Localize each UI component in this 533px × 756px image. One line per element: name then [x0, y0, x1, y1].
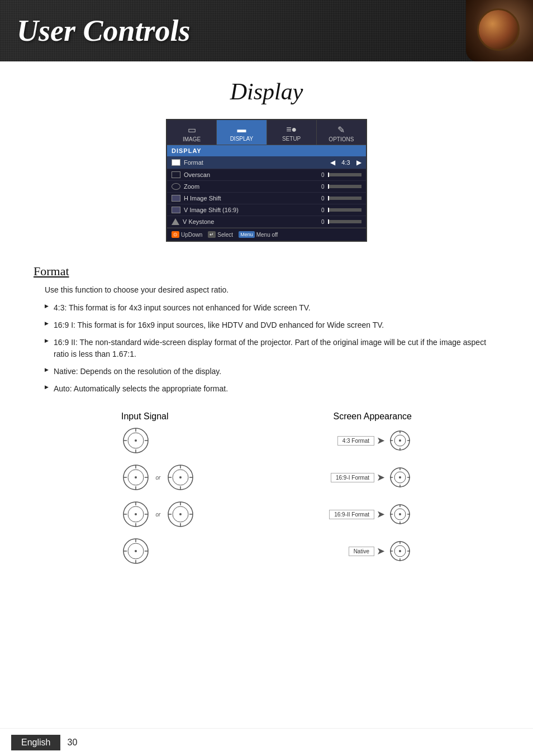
- format-arrow-right[interactable]: ▶: [356, 159, 361, 166]
- output-circle-43: [388, 429, 412, 452]
- zoom-row-icon: [172, 183, 180, 190]
- osd-row-h-image-shift[interactable]: H Image Shift 0: [167, 193, 366, 204]
- updown-icon: ⊙: [172, 231, 179, 238]
- format-box-169i: 16:9-I Format ➤: [331, 471, 385, 484]
- updown-label: UpDown: [181, 232, 202, 238]
- svg-point-41: [135, 513, 137, 515]
- v-keystone-row-label: V Keystone: [183, 218, 321, 225]
- menu-icon: Menu: [239, 231, 255, 238]
- or-label-169ii: or: [154, 511, 163, 518]
- osd-tab-display[interactable]: ▬ DISPLAY: [217, 120, 266, 145]
- list-item: 16:9 I: This format is for 16x9 input so…: [45, 319, 499, 331]
- output-circle-169ii: [388, 503, 412, 526]
- or-label-169i: or: [154, 475, 163, 481]
- v-keystone-slider[interactable]: 0: [321, 219, 361, 225]
- h-shift-zero: 0: [321, 195, 326, 202]
- zoom-row-label: Zoom: [184, 183, 321, 190]
- format-label-169i: 16:9-I Format: [331, 473, 374, 482]
- svg-point-62: [135, 550, 137, 552]
- zoom-bar[interactable]: [328, 185, 361, 188]
- options-tab-label: OPTIONS: [329, 136, 354, 142]
- v-shift-slider[interactable]: 0: [321, 207, 361, 213]
- svg-point-55: [399, 513, 401, 515]
- list-item: Auto: Automatically selects the appropri…: [45, 383, 499, 395]
- osd-tab-image[interactable]: ▭ IMAGE: [167, 120, 217, 145]
- screen-appearance-label: Screen Appearance: [333, 412, 412, 422]
- osd-tab-options[interactable]: ✎ OPTIONS: [317, 120, 366, 145]
- input-circle-169i-1: [121, 463, 150, 492]
- zoom-zero: 0: [321, 184, 326, 190]
- svg-point-6: [135, 439, 137, 442]
- osd-menu: ▭ IMAGE ▬ DISPLAY ≡● SETUP ✎ OPTIONS DIS…: [166, 119, 367, 242]
- input-circle-169ii-1: [121, 500, 150, 529]
- osd-footer: ⊙ UpDown ↵ Select Menu Menu off: [167, 228, 366, 241]
- format-diagram: Input Signal Screen Appearance 4:3 Forma…: [34, 412, 499, 573]
- osd-footer-menuoff: Menu Menu off: [239, 231, 278, 238]
- svg-point-48: [179, 513, 182, 515]
- osd-section-header: DISPLAY: [167, 145, 366, 156]
- input-circle-169ii-2: [166, 500, 195, 529]
- diagram-row-43: 4:3 Format ➤: [121, 426, 412, 455]
- v-keystone-row-icon: [172, 218, 179, 225]
- osd-footer-select: ↵ Select: [208, 231, 233, 238]
- osd-footer-updown: ⊙ UpDown: [172, 231, 202, 238]
- h-shift-bar[interactable]: [328, 197, 361, 200]
- format-value: 4:3: [337, 159, 354, 166]
- arrow-43: ➤: [377, 434, 385, 447]
- options-tab-icon: ✎: [319, 125, 364, 135]
- format-box-169ii: 16:9-II Format ➤: [329, 508, 385, 520]
- input-circle-169i-2: [166, 463, 195, 492]
- language-badge: English: [11, 735, 60, 750]
- select-label: Select: [217, 232, 233, 238]
- setup-tab-icon: ≡●: [269, 125, 314, 135]
- osd-row-overscan[interactable]: Overscan 0: [167, 169, 366, 181]
- h-shift-row-label: H Image Shift: [184, 195, 321, 202]
- list-item: 4:3: This format is for 4x3 input source…: [45, 302, 499, 314]
- v-keystone-zero: 0: [321, 219, 326, 225]
- image-tab-icon: ▭: [169, 125, 214, 135]
- setup-tab-label: SETUP: [282, 136, 301, 142]
- format-label-169ii: 16:9-II Format: [329, 510, 374, 519]
- h-shift-slider[interactable]: 0: [321, 195, 361, 202]
- overscan-bar[interactable]: [328, 173, 361, 176]
- v-shift-row-icon: [172, 207, 180, 213]
- format-box-43: 4:3 Format ➤: [337, 434, 385, 447]
- page-title: User Controls: [17, 13, 191, 48]
- menuoff-label: Menu off: [256, 232, 278, 238]
- svg-point-20: [135, 476, 137, 479]
- format-arrow-left[interactable]: ◀: [330, 159, 335, 166]
- list-item: 16:9 II: The non-standard wide-screen di…: [45, 337, 499, 360]
- osd-row-v-keystone[interactable]: V Keystone 0: [167, 216, 366, 228]
- input-circle-native: [121, 537, 150, 566]
- zoom-slider[interactable]: 0: [321, 184, 361, 190]
- osd-row-format[interactable]: Format ◀ 4:3 ▶: [167, 156, 366, 169]
- v-shift-bar[interactable]: [328, 208, 361, 212]
- display-tab-label: DISPLAY: [230, 136, 254, 142]
- format-label-43: 4:3 Format: [337, 436, 374, 446]
- format-intro: Use this function to choose your desired…: [45, 285, 499, 294]
- svg-point-13: [399, 439, 401, 442]
- image-tab-label: IMAGE: [183, 136, 201, 142]
- v-shift-row-label: V Image Shift (16:9): [184, 207, 321, 213]
- v-shift-zero: 0: [321, 207, 326, 213]
- enter-icon: ↵: [208, 231, 216, 238]
- osd-tab-setup[interactable]: ≡● SETUP: [267, 120, 317, 145]
- osd-row-v-image-shift[interactable]: V Image Shift (16:9) 0: [167, 204, 366, 216]
- format-row-icon: [172, 159, 180, 166]
- overscan-row-icon: [172, 171, 180, 178]
- lens-decoration: [466, 0, 533, 61]
- format-box-native: Native ➤: [349, 545, 385, 557]
- svg-point-34: [399, 476, 401, 479]
- arrow-169ii: ➤: [377, 508, 385, 520]
- display-tab-icon: ▬: [219, 125, 264, 135]
- arrow-169i: ➤: [377, 471, 385, 484]
- svg-point-69: [399, 550, 401, 552]
- v-keystone-bar[interactable]: [328, 220, 361, 223]
- input-signal-label: Input Signal: [121, 412, 169, 422]
- osd-row-zoom[interactable]: Zoom 0: [167, 181, 366, 193]
- overscan-row-label: Overscan: [184, 171, 321, 178]
- display-section-title: Display: [34, 78, 499, 105]
- overscan-slider[interactable]: 0: [321, 172, 361, 178]
- format-label-native: Native: [349, 547, 374, 556]
- overscan-zero: 0: [321, 172, 326, 178]
